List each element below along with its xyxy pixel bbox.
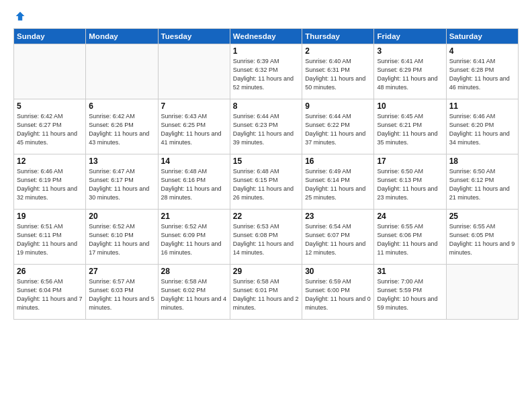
weekday-header-friday: Friday (374, 29, 446, 44)
day-number: 7 (161, 101, 227, 111)
day-info: Sunrise: 6:48 AM Sunset: 6:16 PM Dayligh… (161, 167, 227, 202)
day-info: Sunrise: 6:55 AM Sunset: 6:05 PM Dayligh… (449, 222, 515, 257)
weekday-header-monday: Monday (86, 29, 158, 44)
calendar-cell: 20Sunrise: 6:52 AM Sunset: 6:10 PM Dayli… (86, 210, 158, 265)
day-number: 4 (449, 46, 515, 56)
weekday-header-thursday: Thursday (302, 29, 374, 44)
day-number: 15 (233, 156, 299, 166)
calendar-cell: 2Sunrise: 6:40 AM Sunset: 6:31 PM Daylig… (302, 44, 374, 99)
day-number: 19 (17, 212, 83, 221)
day-number: 10 (377, 101, 443, 111)
week-row-3: 19Sunrise: 6:51 AM Sunset: 6:11 PM Dayli… (14, 210, 519, 265)
weekday-header-saturday: Saturday (446, 29, 518, 44)
day-info: Sunrise: 6:50 AM Sunset: 6:13 PM Dayligh… (377, 167, 443, 202)
day-number: 20 (89, 212, 154, 221)
day-number: 30 (305, 267, 371, 276)
logo (13, 11, 26, 21)
logo-icon (15, 11, 26, 21)
day-number: 18 (449, 156, 515, 166)
calendar-cell: 24Sunrise: 6:55 AM Sunset: 6:06 PM Dayli… (374, 210, 446, 265)
day-info: Sunrise: 6:45 AM Sunset: 6:21 PM Dayligh… (377, 112, 443, 147)
day-info: Sunrise: 6:58 AM Sunset: 6:01 PM Dayligh… (233, 277, 299, 312)
day-info: Sunrise: 6:55 AM Sunset: 6:06 PM Dayligh… (377, 222, 443, 257)
calendar-cell (446, 265, 518, 320)
day-info: Sunrise: 6:47 AM Sunset: 6:17 PM Dayligh… (89, 167, 154, 202)
day-number: 24 (377, 212, 443, 221)
day-info: Sunrise: 6:52 AM Sunset: 6:10 PM Dayligh… (89, 222, 154, 257)
week-row-4: 26Sunrise: 6:56 AM Sunset: 6:04 PM Dayli… (14, 265, 519, 320)
day-number: 27 (89, 267, 154, 276)
calendar: SundayMondayTuesdayWednesdayThursdayFrid… (13, 28, 519, 320)
day-info: Sunrise: 6:52 AM Sunset: 6:09 PM Dayligh… (161, 222, 227, 257)
day-info: Sunrise: 6:44 AM Sunset: 6:23 PM Dayligh… (233, 112, 299, 147)
calendar-cell: 5Sunrise: 6:42 AM Sunset: 6:27 PM Daylig… (14, 99, 86, 154)
calendar-cell: 29Sunrise: 6:58 AM Sunset: 6:01 PM Dayli… (230, 265, 302, 320)
calendar-cell: 16Sunrise: 6:49 AM Sunset: 6:14 PM Dayli… (302, 154, 374, 210)
weekday-header-wednesday: Wednesday (230, 29, 302, 44)
day-number: 5 (17, 101, 83, 111)
day-info: Sunrise: 6:48 AM Sunset: 6:15 PM Dayligh… (233, 167, 299, 202)
day-number: 3 (377, 46, 443, 56)
weekday-header-sunday: Sunday (14, 29, 86, 44)
week-row-1: 5Sunrise: 6:42 AM Sunset: 6:27 PM Daylig… (14, 99, 519, 154)
weekday-header-tuesday: Tuesday (158, 29, 230, 44)
day-info: Sunrise: 6:56 AM Sunset: 6:04 PM Dayligh… (17, 277, 83, 312)
day-number: 29 (233, 267, 299, 276)
calendar-cell: 7Sunrise: 6:43 AM Sunset: 6:25 PM Daylig… (158, 99, 230, 154)
svg-marker-0 (16, 12, 25, 21)
day-info: Sunrise: 6:41 AM Sunset: 6:28 PM Dayligh… (449, 57, 515, 92)
day-number: 1 (233, 46, 299, 56)
week-row-0: 1Sunrise: 6:39 AM Sunset: 6:32 PM Daylig… (14, 44, 519, 99)
day-info: Sunrise: 6:46 AM Sunset: 6:19 PM Dayligh… (17, 167, 83, 202)
day-info: Sunrise: 6:59 AM Sunset: 6:00 PM Dayligh… (305, 277, 371, 312)
calendar-cell: 10Sunrise: 6:45 AM Sunset: 6:21 PM Dayli… (374, 99, 446, 154)
weekday-header-row: SundayMondayTuesdayWednesdayThursdayFrid… (14, 29, 519, 44)
header (13, 11, 519, 21)
week-row-2: 12Sunrise: 6:46 AM Sunset: 6:19 PM Dayli… (14, 154, 519, 210)
calendar-cell: 30Sunrise: 6:59 AM Sunset: 6:00 PM Dayli… (302, 265, 374, 320)
day-info: Sunrise: 6:44 AM Sunset: 6:22 PM Dayligh… (305, 112, 371, 147)
calendar-cell (14, 44, 86, 99)
day-number: 25 (449, 212, 515, 221)
day-info: Sunrise: 6:54 AM Sunset: 6:07 PM Dayligh… (305, 222, 371, 257)
day-info: Sunrise: 6:43 AM Sunset: 6:25 PM Dayligh… (161, 112, 227, 147)
day-number: 13 (89, 156, 154, 166)
calendar-cell: 18Sunrise: 6:50 AM Sunset: 6:12 PM Dayli… (446, 154, 518, 210)
calendar-cell: 9Sunrise: 6:44 AM Sunset: 6:22 PM Daylig… (302, 99, 374, 154)
day-info: Sunrise: 6:58 AM Sunset: 6:02 PM Dayligh… (161, 277, 227, 312)
calendar-cell: 4Sunrise: 6:41 AM Sunset: 6:28 PM Daylig… (446, 44, 518, 99)
calendar-cell: 31Sunrise: 7:00 AM Sunset: 5:59 PM Dayli… (374, 265, 446, 320)
day-info: Sunrise: 6:49 AM Sunset: 6:14 PM Dayligh… (305, 167, 371, 202)
calendar-cell: 15Sunrise: 6:48 AM Sunset: 6:15 PM Dayli… (230, 154, 302, 210)
day-number: 12 (17, 156, 83, 166)
calendar-cell (158, 44, 230, 99)
calendar-cell: 27Sunrise: 6:57 AM Sunset: 6:03 PM Dayli… (86, 265, 158, 320)
calendar-cell: 14Sunrise: 6:48 AM Sunset: 6:16 PM Dayli… (158, 154, 230, 210)
calendar-cell: 13Sunrise: 6:47 AM Sunset: 6:17 PM Dayli… (86, 154, 158, 210)
calendar-cell: 8Sunrise: 6:44 AM Sunset: 6:23 PM Daylig… (230, 99, 302, 154)
calendar-cell: 11Sunrise: 6:46 AM Sunset: 6:20 PM Dayli… (446, 99, 518, 154)
day-number: 21 (161, 212, 227, 221)
calendar-cell: 12Sunrise: 6:46 AM Sunset: 6:19 PM Dayli… (14, 154, 86, 210)
calendar-cell: 19Sunrise: 6:51 AM Sunset: 6:11 PM Dayli… (14, 210, 86, 265)
day-number: 8 (233, 101, 299, 111)
calendar-cell: 1Sunrise: 6:39 AM Sunset: 6:32 PM Daylig… (230, 44, 302, 99)
calendar-cell: 21Sunrise: 6:52 AM Sunset: 6:09 PM Dayli… (158, 210, 230, 265)
calendar-cell: 23Sunrise: 6:54 AM Sunset: 6:07 PM Dayli… (302, 210, 374, 265)
day-info: Sunrise: 6:41 AM Sunset: 6:29 PM Dayligh… (377, 57, 443, 92)
day-number: 9 (305, 101, 371, 111)
day-number: 2 (305, 46, 371, 56)
day-number: 16 (305, 156, 371, 166)
day-number: 22 (233, 212, 299, 221)
page: SundayMondayTuesdayWednesdayThursdayFrid… (0, 0, 532, 411)
calendar-cell (86, 44, 158, 99)
calendar-cell: 17Sunrise: 6:50 AM Sunset: 6:13 PM Dayli… (374, 154, 446, 210)
day-info: Sunrise: 6:57 AM Sunset: 6:03 PM Dayligh… (89, 277, 154, 312)
day-info: Sunrise: 6:46 AM Sunset: 6:20 PM Dayligh… (449, 112, 515, 147)
day-number: 17 (377, 156, 443, 166)
day-info: Sunrise: 6:42 AM Sunset: 6:27 PM Dayligh… (17, 112, 83, 147)
day-number: 31 (377, 267, 443, 276)
day-info: Sunrise: 6:40 AM Sunset: 6:31 PM Dayligh… (305, 57, 371, 92)
day-number: 26 (17, 267, 83, 276)
day-info: Sunrise: 7:00 AM Sunset: 5:59 PM Dayligh… (377, 277, 443, 312)
